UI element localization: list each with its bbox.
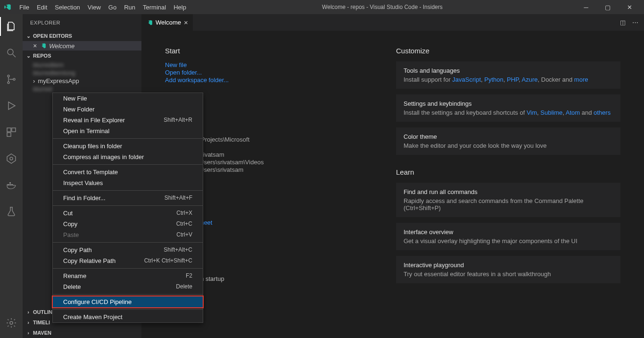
card-find-commands[interactable]: Find and run all commands Rapidly access… — [396, 183, 620, 217]
menu-item-delete[interactable]: DeleteDelete — [53, 281, 203, 292]
menu-item-label: Find in Folder... — [63, 194, 106, 202]
card-subtitle: Install support for JavaScript, Python, … — [404, 76, 613, 83]
card-settings-keybindings[interactable]: Settings and keybindings Install the set… — [396, 94, 620, 122]
close-icon[interactable]: × — [33, 42, 37, 50]
section-label: REPOS — [33, 53, 51, 59]
activity-source-control[interactable] — [0, 70, 23, 89]
card-interface-overview[interactable]: Interface overview Get a visual overlay … — [396, 223, 620, 250]
menu-item-new-folder[interactable]: New Folder — [53, 104, 203, 115]
open-editor-label: Welcome — [49, 42, 74, 50]
tree-item-blurred[interactable]: blurreditemlong — [23, 69, 141, 77]
menu-view[interactable]: View — [84, 2, 104, 13]
new-file-link[interactable]: New file — [165, 61, 368, 68]
link-sublime[interactable]: Sublime — [540, 109, 562, 116]
menu-item-reveal-in-file-explorer[interactable]: Reveal in File ExplorerShift+Alt+R — [53, 115, 203, 126]
menu-item-configure-ci-cd-pipeline[interactable]: Configure CI/CD Pipeline — [53, 296, 203, 307]
menu-item-find-in-folder[interactable]: Find in Folder...Shift+Alt+F — [53, 193, 203, 203]
tree-item-blurred[interactable]: blurred — [23, 85, 141, 93]
menu-item-compress-all-images-in-folder[interactable]: Compress all images in folder — [53, 152, 203, 162]
open-folder-link[interactable]: Open folder... — [165, 69, 368, 76]
docker-icon — [6, 179, 17, 191]
chevron-down-icon: ⌄ — [25, 33, 31, 39]
menu-item-shortcut: Shift+Alt+F — [165, 194, 192, 202]
tab-welcome[interactable]: Welcome × — [141, 14, 193, 31]
activity-extensions[interactable] — [0, 123, 23, 142]
separator — [53, 164, 203, 165]
menu-item-open-in-terminal[interactable]: Open in Terminal — [53, 126, 203, 136]
card-color-theme[interactable]: Color theme Make the editor and your cod… — [396, 127, 620, 155]
activity-explorer[interactable] — [0, 17, 23, 36]
menu-go[interactable]: Go — [105, 2, 120, 13]
tab-label: Welcome — [156, 19, 181, 26]
window-close-button[interactable]: ✕ — [619, 0, 640, 14]
add-workspace-folder-link[interactable]: Add workspace folder... — [165, 76, 368, 84]
menu-file[interactable]: File — [16, 2, 33, 13]
menu-item-shortcut: Shift+Alt+R — [164, 117, 192, 124]
activity-kubernetes[interactable] — [0, 149, 23, 168]
link-vim[interactable]: Vim — [527, 109, 537, 116]
activity-docker[interactable] — [0, 176, 23, 194]
close-icon[interactable]: × — [184, 18, 188, 26]
activity-settings[interactable] — [0, 313, 23, 332]
menu-item-paste: PasteCtrl+V — [53, 229, 203, 240]
menu-item-create-maven-project[interactable]: Create Maven Project — [53, 312, 203, 322]
tree-item-blurred[interactable]: blurreditem — [23, 61, 141, 69]
tree-item-myexpressapp[interactable]: myExpressApp — [23, 77, 141, 85]
chevron-right-icon — [33, 77, 36, 84]
svg-rect-5 — [7, 128, 11, 132]
chevron-right-icon: › — [25, 309, 31, 315]
menu-help[interactable]: Help — [170, 2, 190, 13]
menu-item-shortcut: F2 — [186, 272, 192, 279]
extensions-icon — [6, 127, 17, 138]
menu-item-copy[interactable]: CopyCtrl+C — [53, 219, 203, 229]
menu-item-label: Configure CI/CD Pipeline — [63, 298, 132, 305]
window-minimize-button[interactable]: ─ — [575, 0, 597, 14]
card-subtitle: Get a visual overlay highlighting the ma… — [404, 237, 613, 245]
activity-search[interactable] — [0, 43, 23, 62]
window-maximize-button[interactable]: ▢ — [597, 0, 619, 14]
menu-item-rename[interactable]: RenameF2 — [53, 270, 203, 281]
link-python[interactable]: Python — [484, 76, 503, 83]
menu-edit[interactable]: Edit — [33, 2, 50, 13]
menu-terminal[interactable]: Terminal — [140, 2, 169, 13]
sidebar-title: EXPLORER — [23, 14, 141, 31]
menu-item-copy-relative-path[interactable]: Copy Relative PathCtrl+K Ctrl+Shift+C — [53, 255, 203, 266]
card-title: Interactive playground — [404, 262, 613, 269]
menu-item-copy-path[interactable]: Copy PathShift+Alt+C — [53, 245, 203, 255]
link-more[interactable]: more — [574, 76, 588, 83]
section-open-editors[interactable]: ⌄ OPEN EDITORS — [23, 31, 141, 41]
menu-item-cleanup-files-in-folder[interactable]: Cleanup files in folder — [53, 141, 203, 152]
split-editor-icon[interactable]: ◫ — [620, 19, 626, 26]
more-actions-icon[interactable]: ⋯ — [632, 19, 638, 26]
menu-item-shortcut: Ctrl+V — [176, 231, 192, 238]
menu-item-cut[interactable]: CutCtrl+X — [53, 208, 203, 219]
link-javascript[interactable]: JavaScript — [452, 76, 481, 83]
section-maven[interactable]: › MAVEN — [23, 328, 141, 338]
menu-item-convert-to-template[interactable]: Convert to Template — [53, 167, 203, 177]
card-interactive-playground[interactable]: Interactive playground Try out essential… — [396, 256, 620, 283]
chevron-down-icon: ⌄ — [25, 53, 31, 59]
section-repos[interactable]: ⌄ REPOS — [23, 51, 141, 61]
menu-item-label: Copy Path — [63, 246, 92, 254]
start-links: New file Open folder... Add workspace fo… — [165, 61, 368, 84]
chevron-right-icon: › — [25, 330, 31, 336]
menu-run[interactable]: Run — [121, 2, 139, 13]
link-others[interactable]: others — [594, 109, 611, 116]
search-icon — [6, 47, 17, 59]
menu-selection[interactable]: Selection — [51, 2, 83, 13]
svg-line-1 — [13, 54, 16, 57]
svg-rect-13 — [9, 182, 11, 184]
activity-run-debug[interactable] — [0, 96, 23, 115]
menu-item-label: Compress all images in folder — [63, 153, 144, 161]
link-azure[interactable]: Azure — [522, 76, 538, 83]
chevron-right-icon: › — [25, 320, 31, 325]
open-editor-welcome[interactable]: × Welcome — [23, 41, 141, 51]
link-atom[interactable]: Atom — [566, 109, 580, 116]
separator — [53, 138, 203, 139]
activity-testing[interactable] — [0, 202, 23, 221]
link-php[interactable]: PHP — [507, 76, 519, 83]
menu-item-new-file[interactable]: New File — [53, 93, 203, 104]
vscode-insiders-icon — [4, 3, 11, 11]
menu-item-inspect-values[interactable]: Inspect Values — [53, 177, 203, 188]
card-tools-languages[interactable]: Tools and languages Install support for … — [396, 61, 620, 89]
